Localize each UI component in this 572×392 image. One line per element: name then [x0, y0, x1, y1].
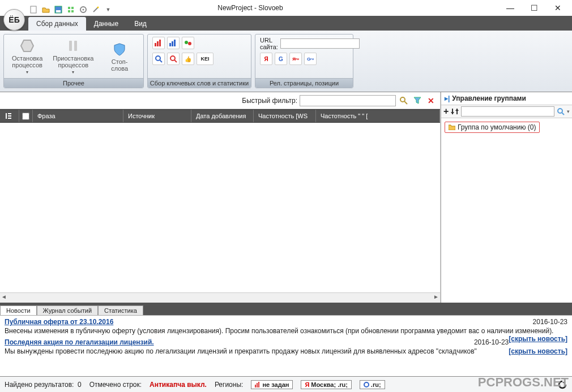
stop-processes-button[interactable]: Остановка процессов▾	[8, 37, 46, 76]
qat-new-icon[interactable]	[28, 5, 39, 15]
region-box-1[interactable]: не задан	[251, 380, 293, 389]
bottom-tab-news[interactable]: Новости	[0, 305, 37, 315]
svg-rect-15	[157, 41, 159, 46]
tree-toggle-icon	[6, 112, 14, 120]
svg-point-36	[558, 109, 562, 113]
svg-rect-28	[8, 113, 11, 114]
select-all-checkbox[interactable]	[22, 113, 29, 120]
svg-rect-14	[155, 43, 156, 46]
yandex-icon[interactable]: Я	[260, 53, 272, 65]
zoom-out-icon[interactable]	[167, 53, 180, 65]
news-item-2-title[interactable]: Последняя акция по легализации лицензий.	[5, 338, 154, 346]
qat-save-icon[interactable]	[53, 5, 63, 15]
col-freq-ws[interactable]: Частотность [WS	[254, 110, 316, 122]
news-item-2-body: Мы вынуждены провести последнюю акцию по…	[5, 347, 477, 355]
default-group-node[interactable]: Группа по умолчанию (0)	[445, 122, 540, 133]
region-box-2[interactable]: Я Москва; .ru;	[301, 380, 351, 389]
svg-rect-19	[174, 40, 176, 46]
ribbon-group-keywords-caption: Сбор ключевых слов и статистики	[148, 78, 251, 88]
bottom-tab-log[interactable]: Журнал событий	[37, 305, 98, 315]
status-anticaptcha: Антикапча выкл.	[150, 381, 207, 389]
svg-marker-11	[21, 40, 33, 51]
col-source[interactable]: Источник	[123, 110, 191, 122]
col-freq2[interactable]: Частотность " " [	[316, 110, 440, 122]
col-phrase[interactable]: Фраза	[33, 110, 123, 122]
pause-processes-button[interactable]: Приостановка процессов▾	[49, 37, 97, 76]
bars-blue-icon[interactable]	[167, 37, 180, 49]
horizontal-scrollbar[interactable]	[0, 292, 440, 303]
tab-data-collection[interactable]: Сбор данных	[28, 17, 86, 31]
svg-marker-42	[562, 381, 565, 384]
svg-rect-2	[56, 10, 61, 12]
tab-view[interactable]: Вид	[126, 17, 155, 31]
stop-words-button[interactable]: Стоп-слова	[100, 40, 139, 73]
maximize-button[interactable]: ☐	[522, 0, 546, 16]
url-label: URL сайта:	[260, 37, 278, 50]
apply-filter-icon[interactable]	[398, 95, 409, 106]
bottom-tab-stats[interactable]: Статистика	[98, 305, 143, 315]
bars-red-icon[interactable]	[152, 37, 165, 49]
filter-settings-icon[interactable]	[412, 95, 423, 106]
svg-point-41	[364, 382, 369, 387]
quick-filter-input[interactable]	[300, 95, 396, 106]
svg-point-24	[170, 56, 175, 61]
grid-body	[0, 123, 440, 292]
news-item-2-hide[interactable]: [скрыть новость]	[509, 347, 567, 355]
group-menu-icon[interactable]: ▾	[567, 109, 570, 114]
svg-line-25	[174, 60, 177, 62]
status-regions-label: Регионы:	[215, 381, 244, 389]
svg-rect-29	[8, 115, 11, 117]
svg-point-26	[400, 97, 405, 102]
yandex-ru-icon[interactable]: Яru	[289, 53, 302, 65]
quick-filter-label: Быстрый фильтр:	[242, 97, 297, 105]
thumbs-up-icon[interactable]: 👍	[182, 53, 194, 65]
qat-settings-icon[interactable]	[78, 5, 88, 15]
svg-rect-39	[257, 383, 258, 387]
news-item-1-body: Внесены изменения в публичную оферту (ус…	[5, 327, 553, 335]
svg-rect-3	[68, 7, 70, 9]
svg-rect-12	[69, 41, 72, 51]
svg-rect-0	[31, 6, 36, 13]
qat-wand-icon[interactable]	[91, 5, 101, 15]
app-orb-button[interactable]: ЁБ	[3, 9, 25, 31]
svg-line-23	[160, 60, 162, 62]
yandex-mini-icon: Я	[305, 381, 309, 388]
svg-rect-4	[71, 7, 74, 9]
qat-tools-icon[interactable]	[66, 5, 76, 15]
google-ru-icon[interactable]: Gru	[304, 53, 317, 65]
news-item-1-date: 2016-10-23	[533, 318, 567, 326]
svg-rect-30	[8, 118, 11, 119]
shield-icon	[112, 41, 127, 57]
ribbon-group-other-caption: Прочее	[4, 78, 143, 88]
group-search-input[interactable]	[461, 106, 554, 117]
group-search-icon[interactable]	[557, 107, 565, 115]
bars-red-mini-icon	[255, 382, 261, 387]
pause-icon	[65, 38, 81, 54]
svg-line-37	[562, 113, 564, 115]
sort-groups-button[interactable]	[451, 107, 459, 115]
add-group-button[interactable]: +	[443, 106, 449, 117]
bubbles-icon[interactable]	[182, 37, 194, 49]
news-item-1-hide[interactable]: [скрыть новость]	[509, 335, 567, 343]
clear-filter-icon[interactable]: ✕	[425, 95, 437, 106]
minimize-button[interactable]: —	[498, 0, 522, 16]
svg-point-8	[83, 9, 84, 11]
region-box-3[interactable]: .ru;	[360, 380, 385, 389]
tab-data[interactable]: Данные	[86, 17, 126, 31]
collapse-panel-icon[interactable]: ▸|	[445, 94, 450, 102]
qat-dropdown-icon[interactable]: ▼	[103, 5, 113, 15]
svg-rect-17	[169, 43, 171, 46]
zoom-in-icon[interactable]	[152, 53, 165, 65]
close-button[interactable]: ✕	[546, 0, 570, 16]
kei-button[interactable]: KEI	[197, 53, 214, 65]
svg-point-22	[156, 56, 160, 61]
col-date-added[interactable]: Дата добавления	[191, 110, 254, 122]
status-results-label: Найдено результатов:	[5, 381, 74, 389]
qat-open-icon[interactable]	[41, 5, 51, 15]
refresh-icon[interactable]	[557, 380, 567, 390]
google-icon[interactable]: G	[275, 53, 287, 65]
url-input[interactable]	[280, 38, 360, 49]
status-results-count: 0	[78, 381, 82, 389]
news-item-1-title[interactable]: Публичная оферта от 23.10.2016	[5, 318, 113, 326]
status-rows-marked: Отмечено строк:	[89, 381, 142, 389]
